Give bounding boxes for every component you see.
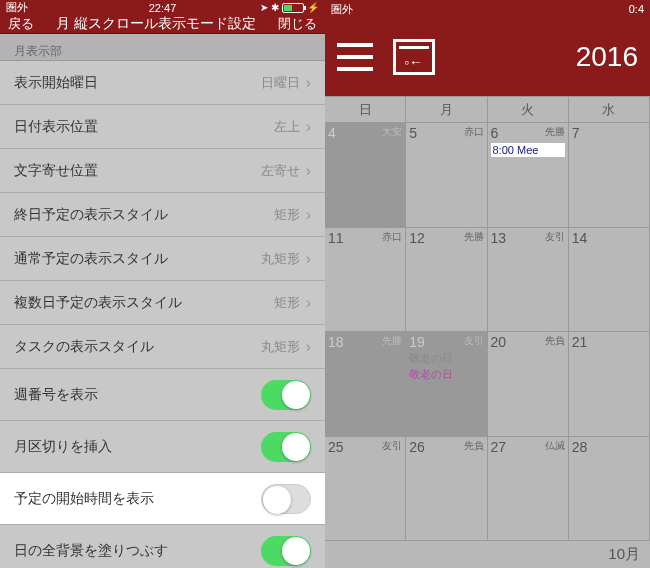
year-label[interactable]: 2016 bbox=[576, 41, 638, 73]
settings-panel: 圏外 22:47 ➤ ✱ ⚡ 戻る 月 縦スクロール表示モード設定 閉じる 月表… bbox=[0, 0, 325, 568]
settings-row[interactable]: 週番号を表示 bbox=[0, 369, 325, 421]
rokuyou-label: 赤口 bbox=[382, 230, 402, 244]
day-number: 14 bbox=[572, 230, 646, 246]
holiday-label: 敬老の日 bbox=[409, 351, 483, 366]
nav-bar: 戻る 月 縦スクロール表示モード設定 閉じる bbox=[0, 15, 325, 34]
day-cell[interactable]: 7 bbox=[569, 123, 650, 227]
day-cell[interactable]: 21 bbox=[569, 332, 650, 436]
day-cell[interactable]: 6先勝8:00 Mee bbox=[488, 123, 569, 227]
nav-title: 月 縦スクロール表示モード設定 bbox=[34, 15, 278, 33]
event-chip[interactable]: 8:00 Mee bbox=[491, 143, 565, 157]
rokuyou-label: 先負 bbox=[545, 334, 565, 348]
day-cell[interactable]: 12先勝 bbox=[406, 228, 487, 332]
settings-row[interactable]: タスクの表示スタイル丸矩形› bbox=[0, 325, 325, 369]
settings-row[interactable]: 表示開始曜日日曜日› bbox=[0, 61, 325, 105]
row-label: 通常予定の表示スタイル bbox=[14, 250, 261, 268]
row-value: 左寄せ bbox=[261, 162, 300, 180]
battery-icon bbox=[282, 3, 304, 13]
day-header-cell: 水 bbox=[569, 97, 650, 122]
day-cell[interactable]: 26先負 bbox=[406, 437, 487, 541]
row-label: 文字寄せ位置 bbox=[14, 162, 261, 180]
back-button[interactable]: 戻る bbox=[8, 15, 34, 33]
settings-row[interactable]: 通常予定の表示スタイル丸矩形› bbox=[0, 237, 325, 281]
day-cell[interactable]: 13友引 bbox=[488, 228, 569, 332]
rokuyou-label: 先勝 bbox=[382, 334, 402, 348]
row-label: 予定の開始時間を表示 bbox=[14, 490, 261, 508]
toggle-switch[interactable] bbox=[261, 380, 311, 410]
row-label: タスクの表示スタイル bbox=[14, 338, 261, 356]
day-cell[interactable]: 5赤口 bbox=[406, 123, 487, 227]
settings-row[interactable]: 文字寄せ位置左寄せ› bbox=[0, 149, 325, 193]
week-row: 18先勝19友引敬老の日敬老の日20先負21 bbox=[325, 331, 650, 436]
day-number: 7 bbox=[572, 125, 646, 141]
settings-row[interactable]: 予定の開始時間を表示 bbox=[0, 473, 325, 525]
day-cell[interactable]: 18先勝 bbox=[325, 332, 406, 436]
status-time: 0:4 bbox=[629, 3, 644, 15]
holiday-label: 敬老の日 bbox=[409, 367, 483, 382]
week-row: 11赤口12先勝13友引14 bbox=[325, 227, 650, 332]
row-label: 日の全背景を塗りつぶす bbox=[14, 542, 261, 560]
day-header-cell: 月 bbox=[406, 97, 487, 122]
week-row: 4大安5赤口6先勝8:00 Mee7 bbox=[325, 122, 650, 227]
chevron-right-icon: › bbox=[306, 250, 311, 268]
day-cell[interactable]: 14 bbox=[569, 228, 650, 332]
rokuyou-label: 赤口 bbox=[464, 125, 484, 139]
row-label: 日付表示位置 bbox=[14, 118, 274, 136]
settings-list: 表示開始曜日日曜日›日付表示位置左上›文字寄せ位置左寄せ›終日予定の表示スタイル… bbox=[0, 61, 325, 568]
calendar-grid: 4大安5赤口6先勝8:00 Mee711赤口12先勝13友引1418先勝19友引… bbox=[325, 122, 650, 540]
row-value: 丸矩形 bbox=[261, 250, 300, 268]
status-time: 22:47 bbox=[0, 2, 325, 14]
rokuyou-label: 先勝 bbox=[464, 230, 484, 244]
chevron-right-icon: › bbox=[306, 118, 311, 136]
rokuyou-label: 友引 bbox=[464, 334, 484, 348]
section-header: 月表示部 bbox=[0, 34, 325, 61]
day-cell[interactable]: 27仏滅 bbox=[488, 437, 569, 541]
close-button[interactable]: 閉じる bbox=[278, 15, 317, 33]
day-cell[interactable]: 25友引 bbox=[325, 437, 406, 541]
day-header-cell: 火 bbox=[488, 97, 569, 122]
row-label: 表示開始曜日 bbox=[14, 74, 261, 92]
rokuyou-label: 友引 bbox=[545, 230, 565, 244]
toggle-switch[interactable] bbox=[261, 484, 311, 514]
toggle-switch[interactable] bbox=[261, 536, 311, 566]
rokuyou-label: 大安 bbox=[382, 125, 402, 139]
chevron-right-icon: › bbox=[306, 206, 311, 224]
settings-row[interactable]: 複数日予定の表示スタイル矩形› bbox=[0, 281, 325, 325]
menu-icon[interactable] bbox=[337, 43, 373, 71]
day-header-cell: 日 bbox=[325, 97, 406, 122]
carrier-label: 圏外 bbox=[331, 2, 353, 17]
rokuyou-label: 友引 bbox=[382, 439, 402, 453]
month-label: 10月 bbox=[325, 540, 650, 568]
row-value: 丸矩形 bbox=[261, 338, 300, 356]
settings-row[interactable]: 日の全背景を塗りつぶす bbox=[0, 525, 325, 568]
day-header-row: 日月火水 bbox=[325, 96, 650, 122]
day-cell[interactable]: 4大安 bbox=[325, 123, 406, 227]
calendar-toolbar: ◦← 2016 bbox=[325, 18, 650, 96]
row-value: 日曜日 bbox=[261, 74, 300, 92]
day-cell[interactable]: 28 bbox=[569, 437, 650, 541]
settings-row[interactable]: 終日予定の表示スタイル矩形› bbox=[0, 193, 325, 237]
chevron-right-icon: › bbox=[306, 338, 311, 356]
row-value: 左上 bbox=[274, 118, 300, 136]
day-number: 28 bbox=[572, 439, 646, 455]
row-value: 矩形 bbox=[274, 294, 300, 312]
day-number: 21 bbox=[572, 334, 646, 350]
rokuyou-label: 先勝 bbox=[545, 125, 565, 139]
day-cell[interactable]: 11赤口 bbox=[325, 228, 406, 332]
today-icon[interactable]: ◦← bbox=[393, 39, 435, 75]
week-row: 25友引26先負27仏滅28 bbox=[325, 436, 650, 541]
chevron-right-icon: › bbox=[306, 294, 311, 312]
rokuyou-label: 仏滅 bbox=[545, 439, 565, 453]
toggle-switch[interactable] bbox=[261, 432, 311, 462]
settings-row[interactable]: 日付表示位置左上› bbox=[0, 105, 325, 149]
status-bar-right: 圏外 0:4 bbox=[325, 0, 650, 18]
rokuyou-label: 先負 bbox=[464, 439, 484, 453]
day-cell[interactable]: 19友引敬老の日敬老の日 bbox=[406, 332, 487, 436]
row-value: 矩形 bbox=[274, 206, 300, 224]
settings-row[interactable]: 月区切りを挿入 bbox=[0, 421, 325, 473]
status-bar-left: 圏外 22:47 ➤ ✱ ⚡ bbox=[0, 0, 325, 15]
row-label: 週番号を表示 bbox=[14, 386, 261, 404]
row-label: 複数日予定の表示スタイル bbox=[14, 294, 274, 312]
row-label: 終日予定の表示スタイル bbox=[14, 206, 274, 224]
day-cell[interactable]: 20先負 bbox=[488, 332, 569, 436]
